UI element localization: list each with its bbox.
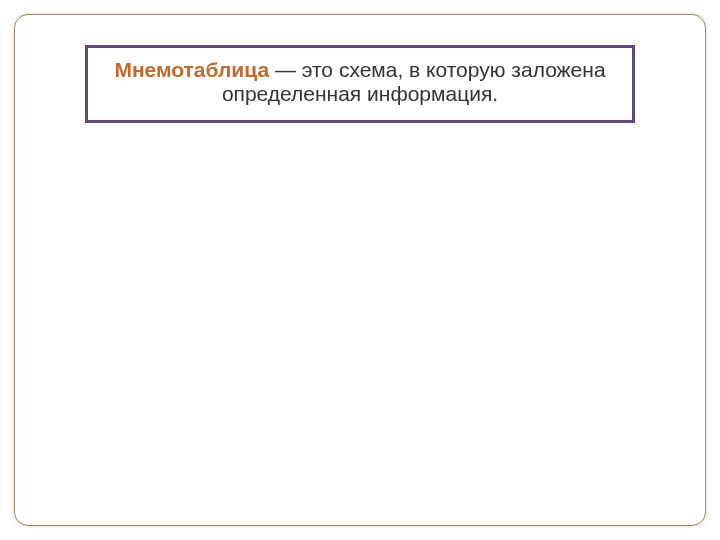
definition-line: Мнемотаблица — это схема, в которую зало… — [108, 58, 612, 82]
definition-term: Мнемотаблица — [114, 58, 269, 81]
slide-frame: Мнемотаблица — это схема, в которую зало… — [14, 14, 706, 526]
definition-box: Мнемотаблица — это схема, в которую зало… — [85, 45, 635, 123]
definition-text-part1: — это схема, в которую заложена — [269, 58, 606, 81]
definition-text-part2: определенная информация. — [108, 82, 612, 106]
